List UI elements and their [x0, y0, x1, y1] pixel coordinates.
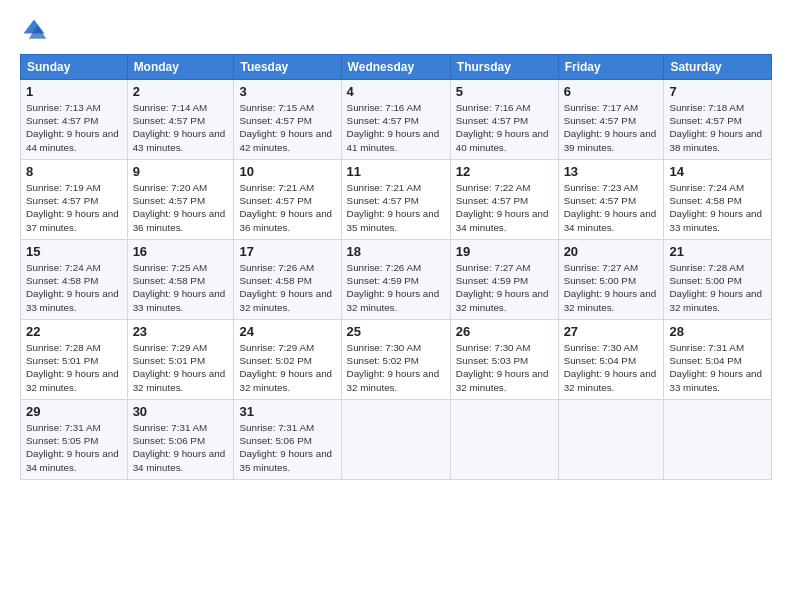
calendar-day-cell: 26 Sunrise: 7:30 AMSunset: 5:03 PMDaylig… [450, 320, 558, 400]
day-info: Sunrise: 7:21 AMSunset: 4:57 PMDaylight:… [239, 182, 332, 233]
day-number: 21 [669, 244, 766, 259]
day-info: Sunrise: 7:15 AMSunset: 4:57 PMDaylight:… [239, 102, 332, 153]
day-number: 24 [239, 324, 335, 339]
day-number: 31 [239, 404, 335, 419]
day-number: 4 [347, 84, 445, 99]
day-number: 18 [347, 244, 445, 259]
day-info: Sunrise: 7:30 AMSunset: 5:02 PMDaylight:… [347, 342, 440, 393]
calendar-day-cell: 17 Sunrise: 7:26 AMSunset: 4:58 PMDaylig… [234, 240, 341, 320]
day-number: 20 [564, 244, 659, 259]
day-info: Sunrise: 7:16 AMSunset: 4:57 PMDaylight:… [456, 102, 549, 153]
weekday-header-sunday: Sunday [21, 55, 128, 80]
day-number: 3 [239, 84, 335, 99]
calendar-day-cell: 12 Sunrise: 7:22 AMSunset: 4:57 PMDaylig… [450, 160, 558, 240]
day-info: Sunrise: 7:27 AMSunset: 4:59 PMDaylight:… [456, 262, 549, 313]
day-info: Sunrise: 7:31 AMSunset: 5:06 PMDaylight:… [239, 422, 332, 473]
calendar-day-cell: 20 Sunrise: 7:27 AMSunset: 5:00 PMDaylig… [558, 240, 664, 320]
calendar-week-4: 22 Sunrise: 7:28 AMSunset: 5:01 PMDaylig… [21, 320, 772, 400]
calendar-day-cell: 14 Sunrise: 7:24 AMSunset: 4:58 PMDaylig… [664, 160, 772, 240]
calendar-week-2: 8 Sunrise: 7:19 AMSunset: 4:57 PMDayligh… [21, 160, 772, 240]
weekday-header-tuesday: Tuesday [234, 55, 341, 80]
calendar-day-cell: 3 Sunrise: 7:15 AMSunset: 4:57 PMDayligh… [234, 80, 341, 160]
calendar-day-cell: 28 Sunrise: 7:31 AMSunset: 5:04 PMDaylig… [664, 320, 772, 400]
calendar-day-cell: 30 Sunrise: 7:31 AMSunset: 5:06 PMDaylig… [127, 400, 234, 480]
day-number: 2 [133, 84, 229, 99]
day-info: Sunrise: 7:18 AMSunset: 4:57 PMDaylight:… [669, 102, 762, 153]
calendar-day-cell: 23 Sunrise: 7:29 AMSunset: 5:01 PMDaylig… [127, 320, 234, 400]
calendar-header [20, 16, 772, 44]
day-info: Sunrise: 7:14 AMSunset: 4:57 PMDaylight:… [133, 102, 226, 153]
weekday-header-monday: Monday [127, 55, 234, 80]
day-info: Sunrise: 7:30 AMSunset: 5:04 PMDaylight:… [564, 342, 657, 393]
weekday-header-saturday: Saturday [664, 55, 772, 80]
day-info: Sunrise: 7:17 AMSunset: 4:57 PMDaylight:… [564, 102, 657, 153]
day-info: Sunrise: 7:22 AMSunset: 4:57 PMDaylight:… [456, 182, 549, 233]
calendar-day-cell [450, 400, 558, 480]
day-info: Sunrise: 7:29 AMSunset: 5:01 PMDaylight:… [133, 342, 226, 393]
day-number: 28 [669, 324, 766, 339]
calendar-day-cell: 21 Sunrise: 7:28 AMSunset: 5:00 PMDaylig… [664, 240, 772, 320]
calendar-day-cell: 16 Sunrise: 7:25 AMSunset: 4:58 PMDaylig… [127, 240, 234, 320]
calendar-day-cell: 2 Sunrise: 7:14 AMSunset: 4:57 PMDayligh… [127, 80, 234, 160]
day-number: 15 [26, 244, 122, 259]
calendar-day-cell: 11 Sunrise: 7:21 AMSunset: 4:57 PMDaylig… [341, 160, 450, 240]
day-number: 30 [133, 404, 229, 419]
day-number: 5 [456, 84, 553, 99]
calendar-day-cell: 13 Sunrise: 7:23 AMSunset: 4:57 PMDaylig… [558, 160, 664, 240]
day-info: Sunrise: 7:24 AMSunset: 4:58 PMDaylight:… [26, 262, 119, 313]
calendar-day-cell [341, 400, 450, 480]
day-number: 25 [347, 324, 445, 339]
day-info: Sunrise: 7:25 AMSunset: 4:58 PMDaylight:… [133, 262, 226, 313]
day-number: 23 [133, 324, 229, 339]
day-number: 26 [456, 324, 553, 339]
day-info: Sunrise: 7:21 AMSunset: 4:57 PMDaylight:… [347, 182, 440, 233]
day-number: 17 [239, 244, 335, 259]
day-number: 19 [456, 244, 553, 259]
day-number: 9 [133, 164, 229, 179]
calendar-day-cell: 18 Sunrise: 7:26 AMSunset: 4:59 PMDaylig… [341, 240, 450, 320]
calendar-day-cell: 29 Sunrise: 7:31 AMSunset: 5:05 PMDaylig… [21, 400, 128, 480]
day-number: 12 [456, 164, 553, 179]
day-number: 27 [564, 324, 659, 339]
day-info: Sunrise: 7:23 AMSunset: 4:57 PMDaylight:… [564, 182, 657, 233]
day-info: Sunrise: 7:26 AMSunset: 4:58 PMDaylight:… [239, 262, 332, 313]
day-info: Sunrise: 7:19 AMSunset: 4:57 PMDaylight:… [26, 182, 119, 233]
day-number: 29 [26, 404, 122, 419]
day-info: Sunrise: 7:13 AMSunset: 4:57 PMDaylight:… [26, 102, 119, 153]
weekday-header-thursday: Thursday [450, 55, 558, 80]
day-info: Sunrise: 7:27 AMSunset: 5:00 PMDaylight:… [564, 262, 657, 313]
calendar-day-cell: 15 Sunrise: 7:24 AMSunset: 4:58 PMDaylig… [21, 240, 128, 320]
day-info: Sunrise: 7:26 AMSunset: 4:59 PMDaylight:… [347, 262, 440, 313]
day-info: Sunrise: 7:24 AMSunset: 4:58 PMDaylight:… [669, 182, 762, 233]
logo [20, 16, 52, 44]
day-number: 1 [26, 84, 122, 99]
calendar-day-cell: 22 Sunrise: 7:28 AMSunset: 5:01 PMDaylig… [21, 320, 128, 400]
calendar-day-cell: 9 Sunrise: 7:20 AMSunset: 4:57 PMDayligh… [127, 160, 234, 240]
day-number: 6 [564, 84, 659, 99]
day-info: Sunrise: 7:28 AMSunset: 5:00 PMDaylight:… [669, 262, 762, 313]
calendar-day-cell: 25 Sunrise: 7:30 AMSunset: 5:02 PMDaylig… [341, 320, 450, 400]
calendar-day-cell: 5 Sunrise: 7:16 AMSunset: 4:57 PMDayligh… [450, 80, 558, 160]
day-number: 16 [133, 244, 229, 259]
weekday-header-row: SundayMondayTuesdayWednesdayThursdayFrid… [21, 55, 772, 80]
day-info: Sunrise: 7:30 AMSunset: 5:03 PMDaylight:… [456, 342, 549, 393]
day-number: 14 [669, 164, 766, 179]
day-info: Sunrise: 7:16 AMSunset: 4:57 PMDaylight:… [347, 102, 440, 153]
day-info: Sunrise: 7:31 AMSunset: 5:05 PMDaylight:… [26, 422, 119, 473]
logo-icon [20, 16, 48, 44]
calendar-day-cell: 1 Sunrise: 7:13 AMSunset: 4:57 PMDayligh… [21, 80, 128, 160]
calendar-day-cell: 8 Sunrise: 7:19 AMSunset: 4:57 PMDayligh… [21, 160, 128, 240]
calendar-table: SundayMondayTuesdayWednesdayThursdayFrid… [20, 54, 772, 480]
calendar-day-cell: 10 Sunrise: 7:21 AMSunset: 4:57 PMDaylig… [234, 160, 341, 240]
day-info: Sunrise: 7:20 AMSunset: 4:57 PMDaylight:… [133, 182, 226, 233]
calendar-day-cell: 7 Sunrise: 7:18 AMSunset: 4:57 PMDayligh… [664, 80, 772, 160]
calendar-week-1: 1 Sunrise: 7:13 AMSunset: 4:57 PMDayligh… [21, 80, 772, 160]
day-number: 22 [26, 324, 122, 339]
day-info: Sunrise: 7:29 AMSunset: 5:02 PMDaylight:… [239, 342, 332, 393]
day-info: Sunrise: 7:31 AMSunset: 5:04 PMDaylight:… [669, 342, 762, 393]
day-number: 10 [239, 164, 335, 179]
day-number: 8 [26, 164, 122, 179]
calendar-week-3: 15 Sunrise: 7:24 AMSunset: 4:58 PMDaylig… [21, 240, 772, 320]
day-info: Sunrise: 7:31 AMSunset: 5:06 PMDaylight:… [133, 422, 226, 473]
calendar-day-cell: 27 Sunrise: 7:30 AMSunset: 5:04 PMDaylig… [558, 320, 664, 400]
